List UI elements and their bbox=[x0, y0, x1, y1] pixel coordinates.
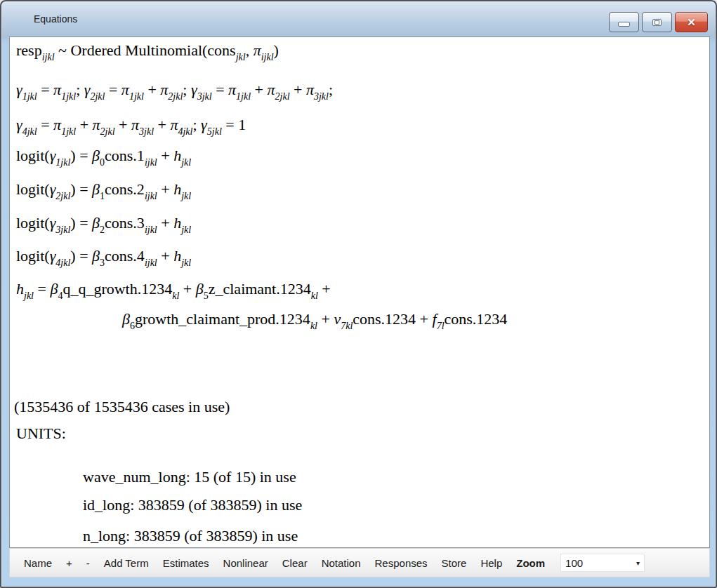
equations-pane: respijkl ~ Ordered Multinomial(consjkl, … bbox=[9, 36, 710, 548]
toolbar-add-term-button[interactable]: Add Term bbox=[104, 557, 149, 569]
toolbar-responses-button[interactable]: Responses bbox=[375, 557, 428, 569]
unit-n-long: n_long: 383859 (of 383859) in use bbox=[83, 527, 298, 545]
toolbar-help-button[interactable]: Help bbox=[480, 557, 502, 569]
toolbar-clear-button[interactable]: Clear bbox=[282, 557, 308, 569]
equation-logit-4[interactable]: logit(γ4jkl) = β3cons.4ijkl + hjkl bbox=[16, 247, 191, 269]
zoom-label: Zoom bbox=[516, 557, 545, 569]
minimize-button[interactable] bbox=[609, 12, 639, 32]
cases-in-use-text: (1535436 of 1535436 cases in use) bbox=[14, 398, 230, 416]
unit-id-long: id_long: 383859 (of 383859) in use bbox=[83, 496, 302, 514]
maximize-button[interactable] bbox=[642, 12, 672, 32]
zoom-level-value: 100 bbox=[565, 557, 583, 569]
toolbar-plus-button[interactable]: + bbox=[66, 557, 72, 569]
window-title: Equations bbox=[34, 13, 77, 25]
title-bar[interactable]: Equations ✕ bbox=[1, 1, 716, 36]
equation-logit-3[interactable]: logit(γ3jkl) = β2cons.3ijkl + hjkl bbox=[16, 214, 191, 236]
equation-h-term[interactable]: hjkl = β4q_q_growth.1234kl + β5z_claiman… bbox=[16, 280, 331, 302]
close-icon: ✕ bbox=[687, 17, 696, 27]
toolbar-nonlinear-button[interactable]: Nonlinear bbox=[223, 557, 268, 569]
toolbar-notation-button[interactable]: Notation bbox=[322, 557, 361, 569]
toolbar-minus-button[interactable]: - bbox=[86, 557, 90, 569]
equation-logit-2[interactable]: logit(γ2jkl) = β1cons.2ijkl + hjkl bbox=[16, 180, 191, 202]
close-button[interactable]: ✕ bbox=[675, 12, 708, 32]
minimize-icon bbox=[618, 22, 630, 27]
equations-window: Equations ✕ respijkl ~ Ordered Multinomi… bbox=[0, 0, 717, 588]
maximize-icon bbox=[652, 19, 662, 26]
equation-response[interactable]: respijkl ~ Ordered Multinomial(consjkl, … bbox=[16, 41, 279, 63]
chevron-down-icon: ▾ bbox=[636, 559, 640, 567]
unit-wave-num-long: wave_num_long: 15 (of 15) in use bbox=[83, 468, 296, 486]
equations-toolbar: Name + - Add Term Estimates Nonlinear Cl… bbox=[9, 548, 710, 577]
toolbar-name-button[interactable]: Name bbox=[24, 557, 52, 569]
equation-gamma-2[interactable]: γ4jkl = π1jkl + π2jkl + π3jkl + π4jkl; γ… bbox=[16, 116, 246, 138]
toolbar-store-button[interactable]: Store bbox=[442, 557, 467, 569]
zoom-level-select[interactable]: 100 ▾ bbox=[560, 554, 645, 572]
equation-gamma-1[interactable]: γ1jkl = π1jkl; γ2jkl = π1jkl + π2jkl; γ3… bbox=[16, 81, 333, 102]
equation-logit-1[interactable]: logit(γ1jkl) = β0cons.1ijkl + hjkl bbox=[16, 147, 191, 168]
toolbar-estimates-button[interactable]: Estimates bbox=[163, 557, 209, 569]
equation-h-term-cont[interactable]: β6growth_claimant_prod.1234kl + v7klcons… bbox=[122, 310, 507, 332]
units-header: UNITS: bbox=[16, 425, 66, 443]
caption-buttons: ✕ bbox=[609, 12, 708, 32]
